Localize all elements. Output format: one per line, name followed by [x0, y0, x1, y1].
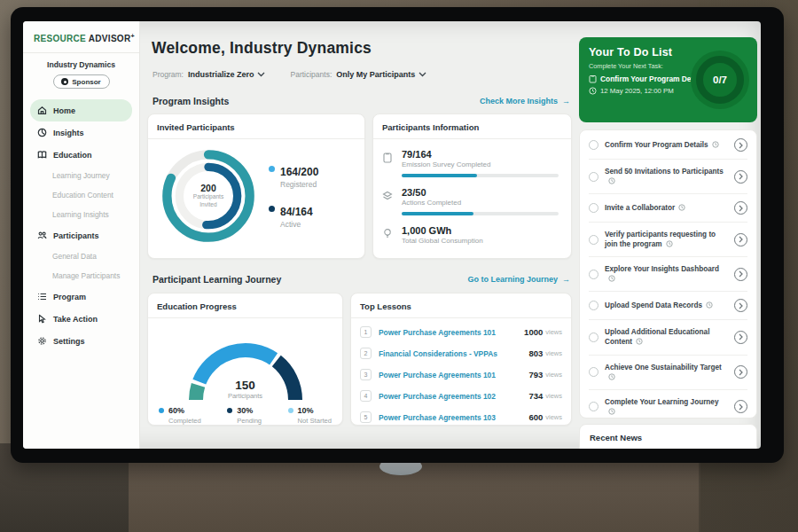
gauge-center-value: 150: [175, 379, 317, 392]
sidebar-item-manage-participants[interactable]: Manage Participants: [30, 266, 132, 286]
divider: [351, 317, 571, 318]
lesson-views: 734: [528, 391, 543, 401]
program-dropdown[interactable]: Program: Industrialize Zero: [153, 70, 265, 79]
sidebar-item-participants[interactable]: Participants: [30, 224, 132, 246]
legend-label: Active: [280, 220, 313, 229]
task-checkbox[interactable]: [589, 172, 598, 182]
task-open-button[interactable]: [734, 400, 747, 413]
task-open-button[interactable]: [734, 299, 747, 312]
task-checkbox[interactable]: [589, 203, 598, 213]
views-suffix: views: [545, 328, 562, 336]
gauge-center-label: Participants: [175, 392, 317, 400]
donut-center-value: 200: [200, 183, 216, 193]
sidebar-item-label: Settings: [53, 337, 85, 346]
go-to-learning-journey-link[interactable]: Go to Learning Journey →: [467, 275, 570, 284]
gear-icon: [37, 336, 47, 346]
lesson-views: 793: [528, 370, 543, 379]
divider: [373, 138, 571, 139]
progress-track: [402, 174, 559, 177]
insights-icon: [37, 128, 47, 137]
lesson-link[interactable]: Power Purchase Agreements 102: [379, 392, 528, 401]
chevron-down-icon: [419, 72, 426, 77]
lesson-views: 1000: [524, 327, 543, 337]
check-more-insights-link[interactable]: Check More Insights →: [480, 97, 570, 106]
donut-legend: 164/200 Registered 84/164 Active: [269, 163, 318, 229]
task-open-button[interactable]: [734, 138, 747, 152]
link-label: Check More Insights: [480, 97, 558, 106]
todo-task-row: Achieve One Sustainability Target: [589, 356, 747, 390]
sidebar-item-label: Education Content: [52, 191, 113, 200]
todo-task-row: Confirm Your Program Details: [589, 131, 747, 160]
task-open-button[interactable]: [734, 331, 747, 344]
sidebar-item-home[interactable]: Home: [30, 99, 132, 121]
task-checkbox[interactable]: [589, 332, 598, 342]
clock-icon: [678, 204, 685, 211]
task-checkbox[interactable]: [589, 270, 598, 279]
top-lessons-card: Top Lessons 1 Power Purchase Agreements …: [350, 293, 572, 426]
chevron-right-icon: [739, 205, 743, 212]
task-checkbox[interactable]: [589, 367, 598, 377]
legend-label: Pending: [237, 417, 262, 425]
lesson-rank: 2: [360, 348, 372, 359]
sidebar-item-education[interactable]: Education: [30, 144, 132, 166]
participants-dropdown[interactable]: Participants: Only My Participants: [290, 70, 426, 79]
task-open-button[interactable]: [734, 233, 747, 246]
sidebar-item-learning-insights[interactable]: Learning Insights: [30, 205, 132, 224]
stat-value: 1,000 GWh: [402, 225, 559, 236]
todo-counter: 0/7: [713, 74, 727, 85]
lesson-link[interactable]: Financial Considerations - VPPAs: [379, 349, 528, 358]
recent-news-title: Recent News: [590, 433, 747, 442]
brand-primary: RESOURCE: [34, 34, 86, 43]
sponsor-badge[interactable]: Sponsor: [53, 74, 110, 89]
task-open-button[interactable]: [734, 365, 747, 379]
lesson-link[interactable]: Power Purchase Agreements 103: [379, 413, 528, 422]
brand-logo: RESOURCE ADVISOR+: [23, 21, 139, 43]
stat-value: 79/164: [402, 149, 559, 160]
lesson-rank: 4: [360, 390, 372, 402]
lesson-link[interactable]: Power Purchase Agreements 101: [379, 371, 528, 379]
chevron-down-icon: [257, 72, 265, 77]
todo-task-row: Verify participants requesting to join t…: [589, 223, 747, 257]
clock-icon: [608, 373, 615, 380]
section-title: Participant Learning Journey: [153, 274, 281, 285]
lesson-link[interactable]: Power Purchase Agreements 101: [379, 328, 524, 337]
legend-not-started: 10% Not Started: [288, 406, 332, 425]
lesson-row: 5 Power Purchase Agreements 103 600 view…: [360, 407, 562, 427]
chevron-right-icon: [739, 333, 743, 340]
lesson-rank: 1: [360, 326, 372, 338]
task-checkbox[interactable]: [589, 140, 598, 150]
task-checkbox[interactable]: [589, 402, 598, 411]
org-name: Industry Dynamics: [23, 60, 139, 69]
lesson-row: 1 Power Purchase Agreements 101 1000 vie…: [360, 322, 562, 342]
invited-donut-chart: 200 ParticipantsInvited: [159, 146, 258, 246]
task-checkbox[interactable]: [589, 235, 598, 245]
sidebar-item-label: Participants: [53, 231, 99, 240]
todo-summary-card: Your To Do List Complete Your Next Task:…: [579, 37, 757, 122]
progress-fill: [402, 174, 477, 177]
gauge-legend: 60% Completed 30% Pending 10% Not Starte…: [157, 406, 333, 425]
sidebar-item-label: Take Action: [53, 315, 98, 324]
todo-task-row: Invite a Collaborator: [589, 194, 747, 223]
task-open-button[interactable]: [734, 268, 747, 281]
task-open-button[interactable]: [734, 170, 747, 184]
education-progress-card: Education Progress 150 Participants 60% …: [147, 293, 343, 426]
lesson-rank: 5: [360, 411, 372, 423]
sidebar-item-insights[interactable]: Insights: [30, 121, 132, 144]
home-icon: [37, 106, 47, 115]
sidebar-item-label: Learning Insights: [52, 210, 109, 219]
sidebar-item-settings[interactable]: Settings: [30, 330, 132, 352]
sidebar-item-program[interactable]: Program: [30, 286, 132, 308]
task-label: Explore Your Insights Dashboard: [605, 265, 719, 273]
task-label: Confirm Your Program Details: [605, 141, 708, 149]
sidebar-item-learning-journey[interactable]: Learning Journey: [30, 166, 132, 185]
participants-icon: [37, 231, 47, 240]
lesson-views: 803: [528, 348, 543, 358]
sidebar-item-general-data[interactable]: General Data: [30, 246, 132, 266]
task-checkbox[interactable]: [589, 301, 598, 310]
sidebar-item-take-action[interactable]: Take Action: [30, 308, 132, 330]
legend-value: 84/164: [280, 206, 313, 218]
clock-icon: [666, 240, 673, 247]
task-open-button[interactable]: [734, 201, 747, 215]
views-suffix: views: [545, 349, 562, 357]
sidebar-item-education-content[interactable]: Education Content: [30, 185, 132, 205]
